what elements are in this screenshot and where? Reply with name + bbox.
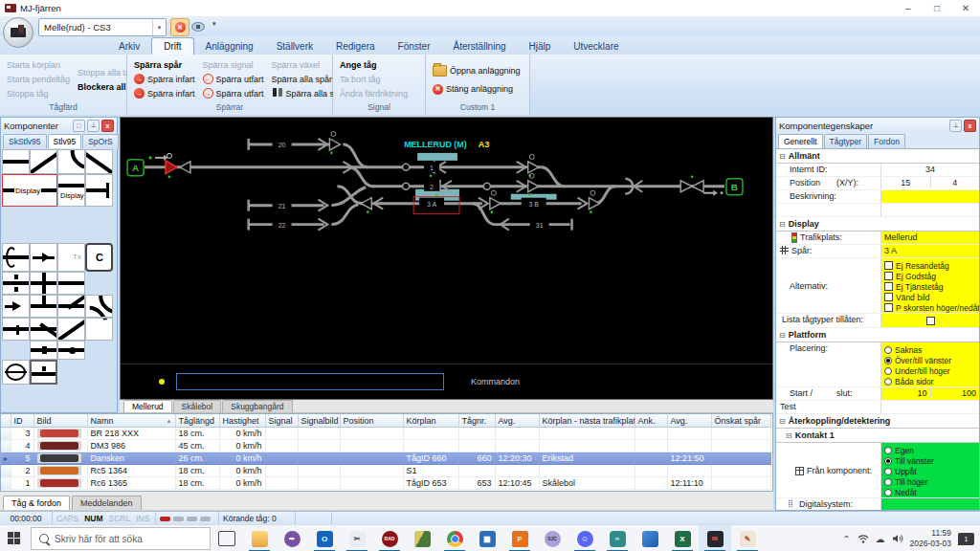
ta-bort-tag-button[interactable]: Ta bort tåg (337, 72, 411, 86)
tab-anlaggning[interactable]: Anläggning (194, 38, 265, 55)
taskbar-app-mj-fjarren[interactable] (699, 525, 731, 551)
palette-cell-insulator[interactable] (30, 341, 57, 360)
slut-value[interactable]: 100 (930, 387, 980, 398)
col-onskat[interactable]: Önskat spår (711, 414, 770, 428)
col-signalbild[interactable]: Signalbild (298, 414, 340, 428)
palette-cell-track2[interactable] (57, 272, 85, 295)
palette-cell-turntable[interactable] (2, 360, 30, 385)
taskbar-app-sjc[interactable]: SJC (536, 525, 568, 551)
close-panel-icon[interactable]: x (101, 120, 114, 132)
entry-signal-icon[interactable] (166, 153, 190, 178)
tab-arkiv[interactable]: Arkiv (107, 38, 151, 55)
props-tab-generellt[interactable]: Generellt (778, 134, 823, 148)
palette-tab-stlv95[interactable]: Stlv95 (48, 134, 82, 148)
props-tab-tagtyper[interactable]: Tågtyper (824, 134, 868, 148)
tab-fonster[interactable]: Fönster (387, 38, 442, 55)
taskbar-app-discord[interactable]: ☺ (568, 525, 601, 551)
tab-drift[interactable]: Drift (151, 37, 193, 55)
props-tab-fordon[interactable]: Fordon (868, 134, 905, 148)
palette-cell-tx[interactable]: Tx (57, 243, 85, 272)
toolbar-overflow-icon[interactable]: ▾ (212, 20, 216, 28)
taskbar-app-rad[interactable]: RAD (373, 525, 406, 551)
sparra-infart-button-2[interactable]: →Spärra infart (131, 86, 198, 100)
taskbar-app-f[interactable]: F (503, 525, 536, 551)
tab-aterstallning[interactable]: Återställning (441, 38, 517, 55)
tab-redigera[interactable]: Redigera (324, 38, 387, 55)
view-tab-mellerud[interactable]: Mellerud (123, 400, 172, 412)
taskbar-app-signal[interactable] (406, 525, 438, 551)
table-row-selected[interactable]: ▸5 Dansken26 cm.0 km/h TågID 66066012:20… (1, 452, 770, 465)
track-labels[interactable]: 20 21 22 31 1 2 3 A 3 B (273, 139, 549, 230)
stoppa-tag-button[interactable]: Stoppa tåg (4, 86, 73, 100)
table-row[interactable]: 4 DM3 98645 cm.0 km/h (1, 440, 770, 452)
palette-cell-platform[interactable] (30, 360, 57, 385)
palette-cell-joiner[interactable] (2, 243, 30, 272)
start-button[interactable] (0, 525, 29, 551)
trafikplats-value[interactable]: Mellerud (880, 231, 979, 244)
taskbar-app-co[interactable]: ∞ (601, 525, 634, 551)
taskbar-app-chrome[interactable] (438, 525, 471, 551)
view-tab-skalebol[interactable]: Skålebol (173, 400, 222, 412)
group-kontakt1[interactable]: ⊟Kontakt 1 (776, 429, 979, 443)
internt-id-value[interactable]: 34 (880, 164, 979, 176)
taskbar-search[interactable]: Skriv här för att söka (31, 527, 211, 550)
oppna-anlaggning-button[interactable]: Öppna anläggning (430, 64, 523, 78)
radio-till-hoger[interactable]: Till höger (884, 476, 928, 487)
palette-tab-skstlv95[interactable]: SkStlv95 (3, 134, 47, 148)
col-tagnr[interactable]: Tågnr. (458, 414, 495, 428)
tab-stallverk[interactable]: Ställverk (265, 38, 324, 55)
col-id[interactable]: ID (11, 414, 33, 428)
tab-tag-fordon[interactable]: Tåg & fordon (3, 496, 70, 510)
palette-cell-signal[interactable] (2, 295, 30, 318)
layout-selector-combo[interactable]: Melle(rud) - CS3 ▾ (38, 18, 167, 36)
checkbox-ej-godstag[interactable]: Ej Godståg (884, 271, 936, 281)
taskbar-app-outlook[interactable]: O (308, 525, 341, 551)
col-avg2[interactable]: Avg. (667, 414, 711, 428)
lista-tagtyper-checkbox[interactable] (880, 314, 979, 327)
andra-fardriktning-button[interactable]: Ändra färdriktning (337, 86, 411, 100)
palette-cell-curve[interactable] (57, 149, 85, 174)
radio-uppat[interactable]: Uppåt (884, 466, 917, 476)
sparra-utfart-button-2[interactable]: →Spärra utfart (200, 86, 267, 100)
window-icon[interactable]: □ (73, 120, 85, 132)
command-input[interactable] (176, 373, 444, 390)
checkbox-p-skorsten[interactable]: P skorsten höger/nedåt (884, 302, 979, 313)
beskrivning-value[interactable] (880, 190, 979, 203)
radio-till-vanster[interactable]: Till vänster (884, 455, 934, 466)
taskbar-app-excel[interactable]: X (666, 525, 699, 551)
col-bild[interactable]: Bild (33, 414, 87, 428)
col-signal[interactable]: Signal (265, 414, 298, 428)
palette-cell-c[interactable]: C (85, 243, 113, 272)
col-namn[interactable]: Namn▲ (87, 414, 175, 428)
signal-icon[interactable] (361, 198, 383, 213)
starta-korplan-button[interactable]: Starta körplan (4, 57, 73, 72)
palette-cell-diag3[interactable] (57, 318, 85, 341)
palette-cell-diagonal2[interactable] (85, 149, 113, 174)
radio-under-till-hoger[interactable]: Under/till höger (884, 365, 950, 376)
taskbar-clock[interactable]: 11:59 2026-03-03 (910, 528, 951, 548)
palette-cell-detector[interactable] (2, 272, 30, 295)
palette-cell-display-selected[interactable]: Display (2, 174, 57, 207)
digitalsystem-value[interactable] (880, 498, 979, 510)
col-nasta[interactable]: Körplan - nästa trafikplats (539, 414, 635, 428)
group-allmant[interactable]: ⊟Allmänt (776, 149, 979, 164)
onedrive-cloud-icon[interactable]: ☁ (876, 534, 885, 544)
palette-cell-switch-curve[interactable] (85, 295, 113, 318)
tab-hjalp[interactable]: Hjälp (518, 38, 563, 55)
palette-cell-stop-marker[interactable] (2, 318, 30, 341)
sparra-signal-button[interactable]: Spärra signal (200, 57, 267, 72)
palette-cell-diagonal[interactable] (30, 149, 57, 174)
speaker-icon[interactable] (892, 534, 903, 543)
checkbox-vand-bild[interactable]: Vänd bild (884, 292, 929, 302)
radio-saknas[interactable]: Saknas (884, 344, 922, 355)
palette-cell-curve2[interactable] (85, 318, 113, 341)
palette-cell-crossing[interactable] (30, 272, 57, 295)
endpoint-b[interactable]: B (726, 179, 743, 195)
radio-nedat[interactable]: Nedåt (884, 487, 917, 497)
minimize-button[interactable]: – (894, 0, 923, 16)
close-button[interactable]: ✕ (951, 0, 980, 16)
table-row[interactable]: 3 BR 218 XXX18 cm.0 km/h (1, 428, 770, 440)
radio-over-till-vanster[interactable]: Över/till vänster (884, 355, 951, 365)
taskbar-app-purple[interactable]: ✒ (276, 525, 308, 551)
spar-value[interactable]: 3 A (880, 245, 979, 257)
